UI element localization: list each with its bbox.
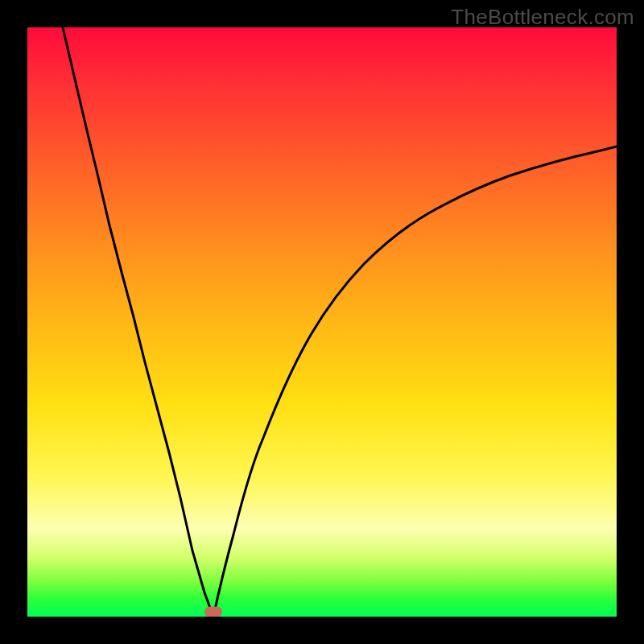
curve-layer xyxy=(27,27,617,617)
chart-frame: TheBottleneck.com xyxy=(0,0,644,644)
curve-right-branch xyxy=(213,147,617,617)
plot-area xyxy=(27,27,617,617)
curve-left-branch xyxy=(63,27,213,617)
watermark-text: TheBottleneck.com xyxy=(451,5,634,30)
min-marker xyxy=(204,607,222,617)
